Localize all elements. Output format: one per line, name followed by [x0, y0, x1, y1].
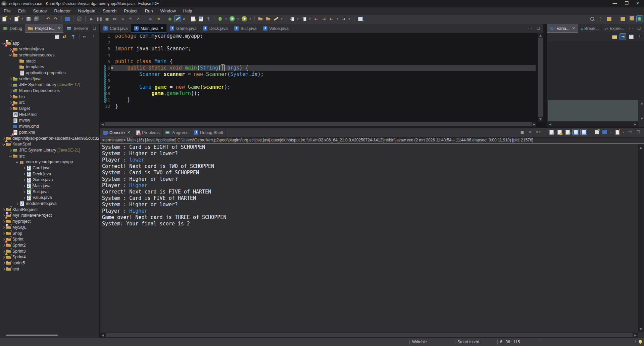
expand-arrow-icon[interactable]: [2, 232, 5, 235]
tree-item[interactable]: Jmodule-info.java: [0, 201, 99, 207]
dropdown-arrow-icon[interactable]: ▼: [9, 16, 12, 22]
export-doc-icon[interactable]: [301, 16, 307, 22]
disconnect-icon[interactable]: ⋈: [112, 16, 118, 22]
stdout-lock-icon[interactable]: [573, 129, 579, 135]
remove-launch-icon[interactable]: ✕: [527, 129, 533, 135]
expand-arrow-icon[interactable]: [2, 220, 5, 223]
no-op-icon[interactable]: [76, 16, 82, 22]
highlight-icon[interactable]: [273, 16, 279, 22]
save-icon[interactable]: [26, 16, 32, 22]
bar-icon[interactable]: [545, 129, 545, 135]
menu-file[interactable]: File: [0, 7, 14, 14]
tab-varia-[interactable]: (x)=Varia...✕: [547, 24, 578, 33]
scroll-lock-icon[interactable]: [556, 129, 562, 135]
new-wizard-icon[interactable]: [1, 16, 7, 22]
fwd-history-icon[interactable]: →: [321, 16, 327, 22]
variables-content[interactable]: [547, 41, 644, 100]
menu-navigate[interactable]: Navigate: [75, 7, 99, 14]
expand-arrow-icon[interactable]: [2, 137, 5, 140]
dd-icon[interactable]: ▼: [610, 129, 612, 135]
tree-item[interactable]: mvnw: [0, 118, 99, 124]
menu-project[interactable]: Project: [120, 7, 141, 14]
close-tab-icon[interactable]: ✕: [127, 130, 130, 135]
expand-arrow-icon[interactable]: [9, 107, 12, 110]
editor-tab-main-java[interactable]: JMain.java✕: [131, 24, 167, 33]
editor-maximize-icon[interactable]: ☐: [537, 26, 540, 31]
tree-item[interactable]: templates: [0, 64, 99, 70]
run-as-icon[interactable]: [229, 16, 235, 22]
tree-item[interactable]: src: [0, 153, 99, 159]
expand-arrow-icon[interactable]: [9, 84, 12, 86]
tab-break-[interactable]: Break...: [578, 24, 602, 33]
tree-item[interactable]: Jtest: [0, 266, 99, 272]
expand-arrow-icon[interactable]: [2, 214, 5, 217]
package-presentation-icon[interactable]: [83, 34, 89, 40]
tab-progress[interactable]: Progress: [163, 128, 191, 137]
variables-minimize-icon[interactable]: ▭: [629, 26, 633, 31]
menu-help[interactable]: Help: [180, 7, 196, 14]
mark-occurrences-icon[interactable]: [175, 16, 181, 22]
overflow-icon[interactable]: ⋮: [598, 16, 604, 22]
search-icon[interactable]: [589, 16, 595, 22]
tree-item[interactable]: J×Sprint: [0, 236, 99, 243]
menu-window[interactable]: Window: [157, 7, 180, 14]
open-console-view-icon[interactable]: [64, 16, 70, 22]
menu-run[interactable]: Run: [141, 7, 157, 14]
forward-gray-icon[interactable]: →: [341, 16, 347, 22]
min-icon[interactable]: ▭: [627, 129, 633, 135]
step-gray-icon[interactable]: ▶: [89, 16, 95, 22]
build-1-icon[interactable]: ↶: [45, 16, 51, 22]
perspective-debug-icon[interactable]: [637, 16, 643, 22]
filter-icon[interactable]: [70, 34, 76, 40]
open-perspective-icon[interactable]: [606, 16, 612, 22]
collapse-all-icon[interactable]: [54, 34, 60, 40]
expand-arrow-icon[interactable]: [2, 208, 5, 211]
tree-item[interactable]: JSprint3: [0, 248, 99, 254]
word-wrap-icon[interactable]: [564, 129, 571, 135]
tree-item[interactable]: MJ×MyFirstMavenProject: [0, 213, 99, 219]
dropdown-arrow-icon[interactable]: ▼: [336, 16, 339, 22]
back-history-icon[interactable]: ←: [313, 16, 319, 22]
collapse-all-vars-icon[interactable]: [628, 34, 634, 40]
expand-arrow-icon[interactable]: [22, 173, 25, 175]
dropdown-arrow-icon[interactable]: ▼: [309, 16, 311, 22]
tree-item[interactable]: Jmyproject: [0, 219, 99, 225]
expand-arrow-icon[interactable]: [2, 262, 5, 264]
show-type-names-icon[interactable]: [611, 34, 617, 40]
editor-tab-card-java[interactable]: JCard.java: [100, 24, 131, 33]
tab-debug[interactable]: Debug: [0, 24, 25, 33]
editor-minimize-icon[interactable]: ▭: [529, 26, 532, 31]
notification-bulb-icon[interactable]: [639, 340, 642, 344]
bar-icon[interactable]: [590, 129, 590, 135]
expand-arrow-icon[interactable]: [9, 78, 12, 80]
terminate-icon[interactable]: ■: [104, 16, 110, 22]
tab-project-e-[interactable]: Project E...✕: [25, 24, 64, 33]
close-button[interactable]: ✕: [632, 0, 643, 7]
editor-vscrollbar[interactable]: ▲ ▼: [538, 33, 543, 122]
expand-arrow-icon[interactable]: [22, 179, 25, 181]
collapse-arrow-icon[interactable]: [9, 53, 12, 56]
variables-maximize-icon[interactable]: ☐: [637, 26, 641, 31]
tree-item[interactable]: JSprint4: [0, 254, 99, 260]
close-tab-icon[interactable]: ✕: [160, 26, 163, 31]
expand-arrow-icon[interactable]: [9, 149, 12, 152]
editor-tab-game-java[interactable]: JGame.java: [167, 24, 200, 33]
expand-arrow-icon[interactable]: [9, 95, 12, 98]
expand-arrow-icon[interactable]: [2, 250, 5, 253]
tree-item[interactable]: com.mycardgame.myapp: [0, 159, 99, 165]
collapse-arrow-icon[interactable]: [9, 155, 12, 157]
expand-arrow-icon[interactable]: [22, 167, 25, 169]
console-output[interactable]: System : Card is EIGHT of SCHOPPENSystem…: [102, 144, 637, 227]
tree-item[interactable]: ×src: [0, 100, 99, 106]
editor-tab-deck-java[interactable]: JDeck.java: [200, 24, 231, 33]
expand-arrow-icon[interactable]: [2, 256, 5, 259]
dropdown-arrow-icon[interactable]: ▼: [249, 16, 252, 22]
tree-item[interactable]: JKlantRequest: [0, 207, 99, 213]
clear-console-icon[interactable]: [548, 129, 554, 135]
tree-item[interactable]: JRE System Library [JavaSE-17]: [0, 82, 99, 88]
minimize-view-icon[interactable]: ▭: [85, 26, 88, 31]
new-java-item-icon[interactable]: [13, 16, 19, 22]
menu-search[interactable]: Search: [99, 7, 120, 14]
status-overflow-icon[interactable]: ⋮: [634, 340, 637, 343]
collapse-arrow-icon[interactable]: [2, 42, 5, 44]
